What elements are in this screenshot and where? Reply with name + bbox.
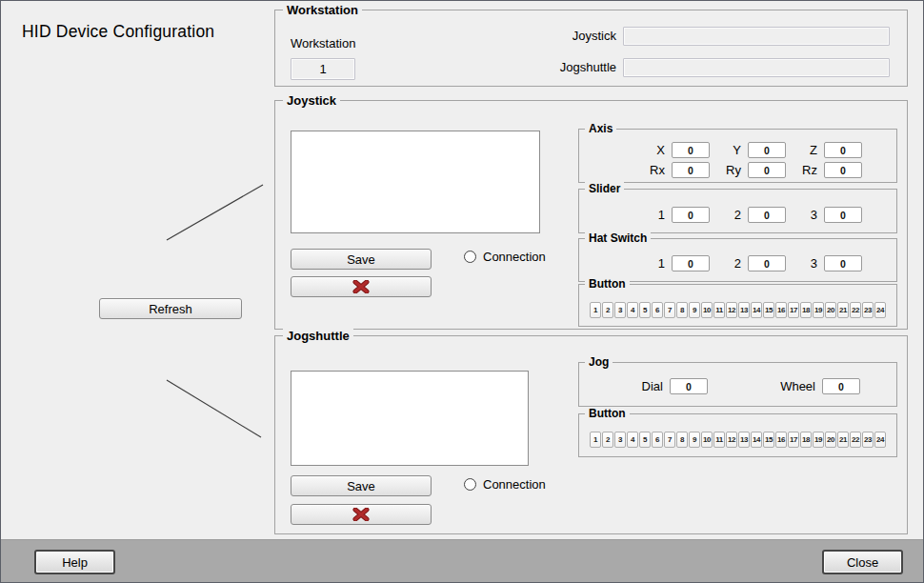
field-label: Rx [650,163,665,177]
joystick-delete-button[interactable] [291,276,432,297]
field-label: X [656,143,665,157]
button-indicator: 15 [763,432,774,448]
button-indicator: 19 [813,432,824,448]
footer-bar: Help Close [1,539,923,582]
field-label: Dial [642,379,663,393]
button-indicator: 2 [602,432,613,448]
button-indicator: 3 [614,302,626,318]
slider-group-label: Slider [585,182,624,196]
jogshuttle-save-button[interactable]: Save [291,475,432,496]
field-label: Rz [802,163,817,177]
joystick-connection-label: Connection [483,250,546,264]
workstation-joystick-label: Joystick [521,29,616,43]
refresh-button-label: Refresh [149,302,192,316]
button-indicator: 5 [639,302,651,318]
button-indicator: 7 [664,302,675,318]
joystick-group: Joystick Save Connection Axis X 0 Y 0 [274,100,908,330]
button-indicator: 10 [701,432,713,448]
jogshuttle-save-label: Save [347,479,375,493]
button-indicator: 4 [627,302,638,318]
button-indicator: 1 [590,432,601,448]
field-value: 0 [672,207,710,223]
button-indicator: 18 [800,302,812,318]
field-value: 0 [824,142,862,158]
slider-field: 3 0 [786,207,862,223]
axis-group-label: Axis [585,122,616,136]
button-indicator: 14 [751,432,762,448]
jog-group: Jog Dial 0 Wheel 0 [578,362,897,407]
button-indicator: 23 [862,302,874,318]
jogshuttle-button-cells: 123456789101112131415161718192021222324 [590,432,886,448]
field-value: 0 [748,255,786,271]
button-indicator: 17 [788,432,799,448]
button-indicator: 7 [664,432,675,448]
slider-field: 2 0 [710,207,786,223]
button-indicator: 11 [713,432,725,448]
button-indicator: 15 [763,302,774,318]
button-indicator: 10 [701,302,713,318]
field-label: 3 [811,208,817,222]
hat-switch-fields: 1 0 2 0 3 0 [633,255,864,271]
button-indicator: 21 [837,432,849,448]
jogshuttle-delete-button[interactable] [291,504,432,525]
button-indicator: 12 [726,432,737,448]
button-group-label: Button [585,277,630,292]
jogshuttle-device-list[interactable] [291,371,529,466]
field-value: 0 [822,378,860,394]
workstation-group: Workstation Workstation 1 Joystick Jogsh… [274,10,908,87]
button-indicator: 9 [689,302,700,318]
jog-group-label: Jog [585,355,613,370]
button-indicator: 21 [837,302,849,318]
workstation-number-field[interactable]: 1 [291,58,355,80]
button-indicator: 12 [726,302,737,318]
button-indicator: 18 [800,432,812,448]
button-indicator: 1 [590,302,601,318]
button-indicator: 11 [713,302,725,318]
button-indicator: 20 [825,302,836,318]
button-indicator: 6 [652,432,663,448]
field-label: 3 [811,256,817,271]
axis-field: Y 0 [710,142,786,158]
jog-field: Wheel 0 [708,378,860,394]
button-indicator: 9 [689,432,700,448]
button-indicator: 8 [676,432,688,448]
axis-field: X 0 [633,142,710,158]
button-indicator: 2 [602,302,613,318]
field-value: 0 [748,207,786,223]
slider-field: 1 0 [633,207,710,223]
field-value: 0 [670,378,708,394]
close-button[interactable]: Close [822,550,903,574]
joystick-save-label: Save [347,252,375,267]
button-indicator: 17 [788,302,799,318]
field-label: Ry [726,163,741,177]
page-title: HID Device Configuration [22,22,214,42]
joystick-connection-radio[interactable]: Connection [464,250,546,264]
button-indicator: 16 [775,432,787,448]
help-button[interactable]: Help [34,550,115,574]
slider-group: Slider 1 0 2 0 3 0 [578,189,897,233]
jog-field: Dial 0 [608,378,708,394]
radio-circle-icon [464,251,476,263]
joystick-save-button[interactable]: Save [291,249,432,270]
joystick-device-list[interactable] [291,131,540,233]
field-label: Wheel [780,379,815,393]
refresh-button[interactable]: Refresh [99,298,242,319]
hat-switch-field: 3 0 [786,255,862,271]
button-indicator: 13 [738,432,750,448]
hat-switch-field: 1 0 [633,255,710,271]
field-value: 0 [824,207,862,223]
red-x-icon [352,508,370,521]
hat-switch-field: 2 0 [710,255,786,271]
field-value: 0 [672,142,710,158]
button-indicator: 13 [738,302,750,318]
radio-circle-icon [464,478,476,491]
axis-fields: X 0 Y 0 Z 0 Rx 0 Ry 0 Rz 0 [633,142,864,178]
axis-field: Rx 0 [633,162,710,178]
jogshuttle-connection-label: Connection [483,477,546,492]
workstation-group-label: Workstation [283,3,362,17]
jogshuttle-connection-radio[interactable]: Connection [464,477,546,492]
button-indicator: 4 [627,432,638,448]
button-indicator: 6 [652,302,663,318]
axis-field: Rz 0 [786,162,862,178]
field-label: Y [733,143,741,157]
